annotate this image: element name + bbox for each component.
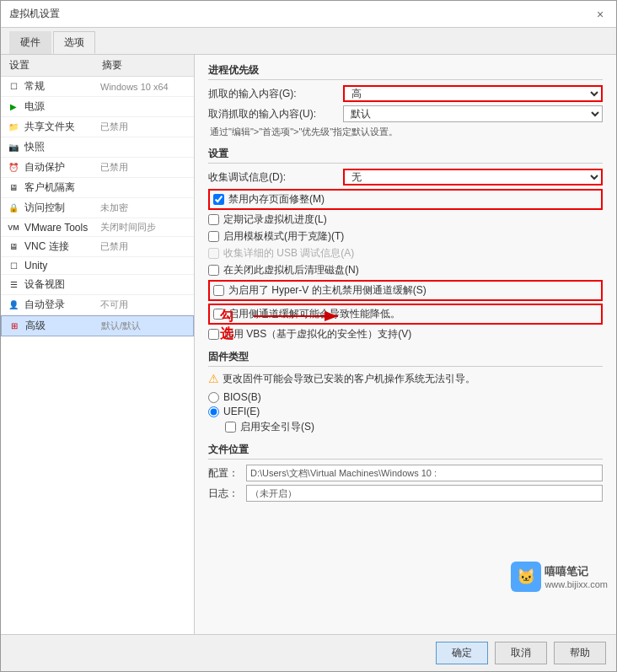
checkbox-hyper-v-label[interactable]: 为启用了 Hyper-V 的主机禁用侧通道缓解(S) <box>228 283 427 298</box>
sidebar-item-vmware-tools[interactable]: VM VMware Tools 关闭时间同步 <box>1 218 194 237</box>
firmware-warning-row: ⚠ 更改固件可能会导致已安装的客户机操作系统无法引导。 <box>208 372 603 386</box>
power-icon: ▶ <box>6 101 21 113</box>
sidebar-item-guest-isolation[interactable]: 🖥 客户机隔离 <box>1 178 194 198</box>
sidebar-item-summary-access-control: 未加密 <box>100 202 128 214</box>
checkbox-log-vm-progress: 定期记录虚拟机进度(L) <box>208 212 603 227</box>
checkbox-side-channel-label[interactable]: 启用侧通道缓解可能会导致性能降低。 <box>228 307 400 321</box>
sidebar-item-unity[interactable]: ☐ Unity <box>1 257 194 275</box>
radio-bios-input[interactable] <box>208 392 219 403</box>
log-file-input[interactable] <box>246 485 603 502</box>
sidebar-item-label-power: 电源 <box>24 99 100 114</box>
sidebar-item-general[interactable]: ☐ 常规 Windows 10 x64 <box>1 77 194 97</box>
sidebar-item-autoprotect[interactable]: ⏰ 自动保护 已禁用 <box>1 158 194 178</box>
debug-info-select[interactable]: 无 <box>343 169 603 185</box>
sidebar-item-label-guest-isolation: 客户机隔离 <box>24 180 100 195</box>
checkbox-vbs-label[interactable]: 启用 VBS（基于虚拟化的安全性）支持(V) <box>223 327 411 341</box>
sidebar-item-label-unity: Unity <box>24 260 100 271</box>
ok-button[interactable]: 确定 <box>436 642 488 664</box>
watermark-text-block: 嘻嘻笔记 www.bijixx.com <box>545 564 608 589</box>
watermark: 🐱 嘻嘻笔记 www.bijixx.com <box>511 562 608 592</box>
autologon-icon: 👤 <box>6 299 21 311</box>
sidebar-item-summary-general: Windows 10 x64 <box>100 82 169 92</box>
checkbox-log-vm-progress-label[interactable]: 定期记录虚拟机进度(L) <box>223 212 327 227</box>
radio-uefi-input[interactable] <box>208 406 219 417</box>
radio-uefi-label[interactable]: UEFI(E) <box>223 406 260 417</box>
title-bar: 虚拟机设置 × <box>1 1 616 28</box>
debug-info-row: 收集调试信息(D): 无 <box>208 169 603 185</box>
checkbox-collect-usb-label: 收集详细的 USB 调试信息(A) <box>223 246 354 261</box>
checkbox-vbs-input[interactable] <box>208 329 219 340</box>
settings-section: 设置 收集调试信息(D): 无 禁用内存页面修整(M) 定期记录虚拟机进度(L) <box>208 147 603 341</box>
captured-input-label: 抓取的输入内容(G): <box>208 87 343 101</box>
sidebar-item-summary-vmware-tools: 关闭时间同步 <box>100 221 156 234</box>
sidebar-item-summary-shared-folders: 已禁用 <box>100 121 128 133</box>
sidebar-item-summary-autologon: 不可用 <box>100 298 128 311</box>
sidebar-item-power[interactable]: ▶ 电源 <box>1 97 194 117</box>
checkbox-template-mode-label[interactable]: 启用模板模式(用于克隆)(T) <box>223 229 344 244</box>
checkbox-clean-disk-label[interactable]: 在关闭此虚拟机后清理磁盘(N) <box>223 263 359 277</box>
help-button[interactable]: 帮助 <box>554 642 606 664</box>
settings-section-title: 设置 <box>208 147 603 164</box>
firmware-section: 固件类型 ⚠ 更改固件可能会导致已安装的客户机操作系统无法引导。 BIOS(B)… <box>208 350 603 434</box>
sidebar-item-label-vnc: VNC 连接 <box>24 239 100 254</box>
sidebar-item-label-access-control: 访问控制 <box>24 201 100 215</box>
sidebar-item-summary-vnc: 已禁用 <box>100 240 128 253</box>
tab-hardware[interactable]: 硬件 <box>9 31 51 54</box>
checkbox-log-vm-progress-input[interactable] <box>208 214 219 225</box>
advanced-icon: ⊞ <box>7 320 22 332</box>
sidebar-item-autologon[interactable]: 👤 自动登录 不可用 <box>1 295 194 315</box>
access-control-icon: 🔒 <box>6 202 21 214</box>
right-panel: 进程优先级 抓取的输入内容(G): 高 取消抓取的输入内容(U): 默认 通过"… <box>195 55 616 634</box>
checkbox-hyper-v-input[interactable] <box>213 285 224 296</box>
sidebar-item-access-control[interactable]: 🔒 访问控制 未加密 <box>1 198 194 218</box>
file-location-section: 文件位置 配置： 日志： <box>208 443 603 502</box>
sidebar-item-shared-folders[interactable]: 📁 共享文件夹 已禁用 <box>1 117 194 137</box>
checkbox-clean-disk-input[interactable] <box>208 265 219 276</box>
left-panel: 设置 摘要 ☐ 常规 Windows 10 x64 ▶ 电源 📁 共享文件夹 已… <box>1 55 195 634</box>
checkbox-side-channel-input[interactable] <box>213 309 224 320</box>
close-button[interactable]: × <box>593 7 608 22</box>
tab-options[interactable]: 选项 <box>53 31 95 54</box>
checkbox-side-channel: 启用侧通道缓解可能会导致性能降低。 <box>208 304 603 325</box>
config-file-input[interactable] <box>246 465 603 481</box>
priority-section: 进程优先级 抓取的输入内容(G): 高 取消抓取的输入内容(U): 默认 通过"… <box>208 63 603 138</box>
main-content: 设置 摘要 ☐ 常规 Windows 10 x64 ▶ 电源 📁 共享文件夹 已… <box>1 55 616 634</box>
autoprotect-icon: ⏰ <box>6 162 21 174</box>
cancel-button[interactable]: 取消 <box>495 642 547 664</box>
sidebar-item-label-general: 常规 <box>24 79 100 94</box>
firmware-section-title: 固件类型 <box>208 350 603 367</box>
checkbox-hyper-v: 为启用了 Hyper-V 的主机禁用侧通道缓解(S) <box>208 280 603 301</box>
sidebar-item-advanced[interactable]: ⊞ 高级 默认/默认 <box>1 315 194 336</box>
watermark-url: www.bijixx.com <box>545 579 608 589</box>
checkbox-template-mode: 启用模板模式(用于克隆)(T) <box>208 229 603 244</box>
sidebar-item-label-autologon: 自动登录 <box>24 298 100 312</box>
radio-bios: BIOS(B) <box>208 391 603 403</box>
checkbox-disable-memory-trim-label[interactable]: 禁用内存页面修整(M) <box>228 192 325 207</box>
checkbox-template-mode-input[interactable] <box>208 231 219 242</box>
sidebar-item-label-device-view: 设备视图 <box>24 277 100 292</box>
config-file-label: 配置： <box>208 466 246 481</box>
summary-column-header: 摘要 <box>102 58 185 73</box>
sidebar-item-device-view[interactable]: ☰ 设备视图 <box>1 275 194 295</box>
sidebar-item-vnc[interactable]: 🖥 VNC 连接 已禁用 <box>1 237 194 257</box>
sidebar-item-snapshots[interactable]: 📷 快照 <box>1 137 194 158</box>
radio-bios-label[interactable]: BIOS(B) <box>223 391 261 403</box>
watermark-name: 嘻嘻笔记 <box>545 564 608 579</box>
checkbox-secure-boot: 启用安全引导(S) <box>225 420 603 434</box>
checkbox-secure-boot-input[interactable] <box>225 422 236 433</box>
sidebar-item-summary-autoprotect: 已禁用 <box>100 161 128 174</box>
sidebar-item-label-advanced: 高级 <box>25 319 101 333</box>
checkbox-clean-disk: 在关闭此虚拟机后清理磁盘(N) <box>208 263 603 277</box>
window-title: 虚拟机设置 <box>9 7 60 21</box>
general-icon: ☐ <box>6 81 21 93</box>
sidebar-item-label-shared-folders: 共享文件夹 <box>24 120 100 134</box>
captured-input-select[interactable]: 高 <box>343 85 603 102</box>
unity-icon: ☐ <box>6 260 21 271</box>
priority-section-title: 进程优先级 <box>208 63 603 80</box>
firmware-warning-text: 更改固件可能会导致已安装的客户机操作系统无法引导。 <box>223 372 475 386</box>
checkbox-disable-memory-trim-input[interactable] <box>213 194 224 205</box>
config-file-row: 配置： <box>208 465 603 481</box>
uncaptured-input-select[interactable]: 默认 <box>343 105 603 122</box>
checkbox-secure-boot-label[interactable]: 启用安全引导(S) <box>240 420 314 434</box>
tab-bar: 硬件 选项 <box>1 28 616 55</box>
